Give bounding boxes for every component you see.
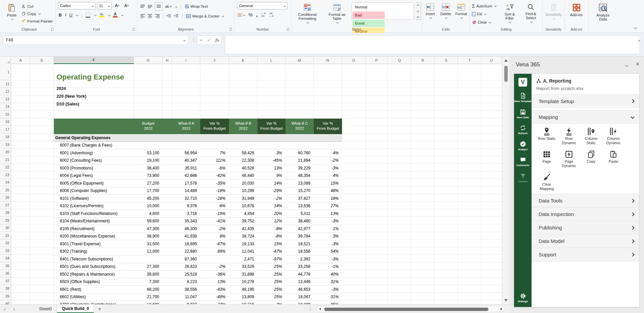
column-header-R[interactable]: R	[411, 57, 435, 64]
format-painter-button[interactable]: Format Painter	[22, 18, 53, 25]
expense-row[interactable]: 6003 (Promotions) 38,400 35,911 -6% 40,5…	[54, 164, 342, 172]
vena-section-row[interactable]: Data Model	[532, 234, 639, 248]
row-header-30[interactable]: 30	[0, 224, 11, 232]
align-center-button[interactable]	[147, 14, 152, 18]
vertical-scroll-thumb[interactable]	[504, 66, 508, 82]
grid-body[interactable]: Operating Expense 2024 220 (New York) D1…	[11, 64, 502, 304]
column-header-H[interactable]: H	[163, 57, 172, 64]
cell-style-swatch[interactable]: Good	[352, 20, 385, 27]
wrap-text-button[interactable]: Wrap Text	[184, 3, 208, 10]
align-top-button[interactable]	[140, 4, 145, 9]
scroll-left-arrow[interactable]	[319, 308, 321, 310]
expense-row[interactable]: 6302 (Training) 12,000 22,680 89% 12,041…	[54, 248, 342, 256]
mapping-tool-button[interactable]: Paste	[602, 150, 624, 172]
row-header-29[interactable]: 29	[0, 217, 11, 224]
delete-cells-button[interactable]: Delete	[438, 1, 453, 27]
increase-decimal-button[interactable]: ←.0.00	[261, 12, 266, 18]
column-header-Q[interactable]: Q	[388, 57, 411, 64]
vena-sidebar-button[interactable]: Comments	[514, 157, 532, 167]
row-header-35[interactable]: 35	[0, 262, 11, 270]
enter-formula-icon[interactable]: ✓	[207, 38, 211, 43]
row-header-33[interactable]: 33	[0, 247, 11, 255]
sheet-tab[interactable]: Quick Build_0	[57, 305, 94, 313]
hscroll-grip[interactable]: ⋮	[308, 307, 312, 311]
row-header-15[interactable]: 15	[0, 111, 11, 118]
column-header-K[interactable]: K	[229, 57, 258, 64]
row-header-26[interactable]: 26	[0, 194, 11, 202]
row-header-12[interactable]: 12	[0, 88, 11, 96]
column-header-A[interactable]: A	[11, 57, 30, 64]
row-header-34[interactable]: 34	[0, 255, 11, 262]
column-header-U[interactable]: U	[481, 57, 502, 64]
orientation-button[interactable]: ab↗	[165, 4, 172, 8]
underline-chevron[interactable]	[76, 13, 78, 16]
font-color-button[interactable]: A	[113, 12, 117, 18]
decrease-font-button[interactable]: A˅	[123, 2, 130, 9]
format-cells-button[interactable]: Format	[454, 1, 469, 27]
expense-row[interactable]: 6102 (Licenses/Permits) 10,000 9,376 -6%…	[54, 202, 342, 210]
align-middle-button[interactable]	[147, 4, 152, 9]
paste-button[interactable]: Paste	[4, 1, 20, 26]
cancel-formula-icon[interactable]: ×	[200, 38, 202, 43]
fill-color-chevron[interactable]	[108, 13, 110, 16]
underline-button[interactable]: U	[69, 12, 72, 18]
taskpane-close-icon[interactable]: ×	[636, 61, 639, 68]
expense-row[interactable]: 6006 (Computer Supplies) 17,700 14,489 -…	[54, 187, 342, 195]
analyze-data-button[interactable]: Analyze Data	[592, 1, 614, 27]
section-mapping[interactable]: Mapping	[532, 110, 639, 124]
bold-button[interactable]: B	[59, 12, 62, 18]
row-header-39[interactable]: 39	[0, 292, 11, 300]
mapping-tool-button[interactable]: Row Dynamic	[558, 127, 580, 149]
percent-style-button[interactable]: %	[248, 12, 252, 18]
decrease-decimal-button[interactable]: .00→.0	[269, 12, 274, 18]
vertical-scrollbar[interactable]	[502, 57, 509, 304]
horizontal-scrollbar[interactable]	[316, 306, 505, 312]
orientation-chevron[interactable]	[175, 5, 177, 7]
column-header-P[interactable]: P	[366, 57, 388, 64]
conditional-formatting-button[interactable]: Conditional Formatting	[292, 1, 323, 27]
row-header-40[interactable]: 40	[0, 300, 11, 305]
number-dialog-launcher[interactable]	[287, 28, 290, 31]
expense-row[interactable]: 6104 (Meals/Entertainment) 59,600 35,343…	[54, 218, 342, 225]
font-dialog-launcher[interactable]	[133, 28, 135, 31]
expense-row[interactable]: 6004 (Legal Fees) 73,900 42,666 -42% 46,…	[54, 172, 342, 180]
row-header-18[interactable]: 18	[0, 133, 11, 141]
row-header-13[interactable]: 13	[0, 95, 11, 103]
row-header-36[interactable]: 36	[0, 270, 11, 278]
column-header-L[interactable]: L	[258, 57, 285, 64]
row-header-22[interactable]: 22	[0, 164, 11, 171]
font-color-chevron[interactable]	[121, 13, 123, 16]
cut-button[interactable]: Cut	[22, 3, 53, 10]
copy-button[interactable]: Copy	[22, 10, 53, 17]
expense-row[interactable]: 6005 (Office Equipment) 27,200 17,578 -3…	[54, 180, 342, 187]
expense-row[interactable]: 6105 (Recruitment) 47,300 46,300 -2% 42,…	[54, 225, 342, 233]
vena-section-row[interactable]: Data Tools	[532, 194, 639, 207]
row-header-20[interactable]: 20	[0, 149, 11, 156]
vena-sidebar-button[interactable]: Refresh	[514, 125, 532, 135]
mapping-tool-button[interactable]: Clear Mapping	[536, 173, 558, 195]
expense-row[interactable]: 6602 (Utilities) 21,700 11,047 -49% 13,8…	[54, 293, 342, 301]
scroll-right-arrow[interactable]	[501, 308, 502, 310]
scroll-down-arrow[interactable]	[504, 299, 508, 302]
row-header-31[interactable]: 31	[0, 232, 11, 240]
autosum-button[interactable]: ΣAutoSum	[472, 2, 496, 9]
column-header-N[interactable]: N	[314, 57, 342, 64]
expense-row[interactable]: 6401 (Telecom Subscriptions) 87,360 2,47…	[54, 255, 342, 263]
mapping-tool-button[interactable]: Row Static	[536, 127, 558, 149]
row-header-21[interactable]: 21	[0, 156, 11, 164]
find-select-button[interactable]: Find & Select	[521, 1, 541, 27]
expense-row[interactable]: 6301 (Travel Expense) 31,500 16,695 -47%…	[54, 240, 342, 248]
alignment-dialog-launcher[interactable]	[230, 28, 232, 31]
row-header-24[interactable]: 24	[0, 179, 11, 187]
expense-row[interactable]: 6503 (Office Supplies) 7,300 8,223 13% 1…	[54, 278, 342, 286]
clear-button[interactable]: Clear	[472, 19, 496, 26]
column-header-S[interactable]: S	[435, 57, 458, 64]
column-header-M[interactable]: M	[285, 57, 314, 64]
row-header-19[interactable]: 19	[0, 141, 11, 149]
comma-style-button[interactable]: ,	[256, 13, 258, 17]
scroll-up-arrow[interactable]	[504, 59, 508, 62]
expense-row[interactable]: 6001 (Advertising) 53,100 56,954 7% 58,4…	[54, 149, 342, 157]
row-header-23[interactable]: 23	[0, 171, 11, 179]
expense-row[interactable]: 6502 (Repairs & Maintenance) 39,800 25,5…	[54, 271, 342, 278]
vena-sidebar-button[interactable]: Save Template	[514, 93, 532, 103]
